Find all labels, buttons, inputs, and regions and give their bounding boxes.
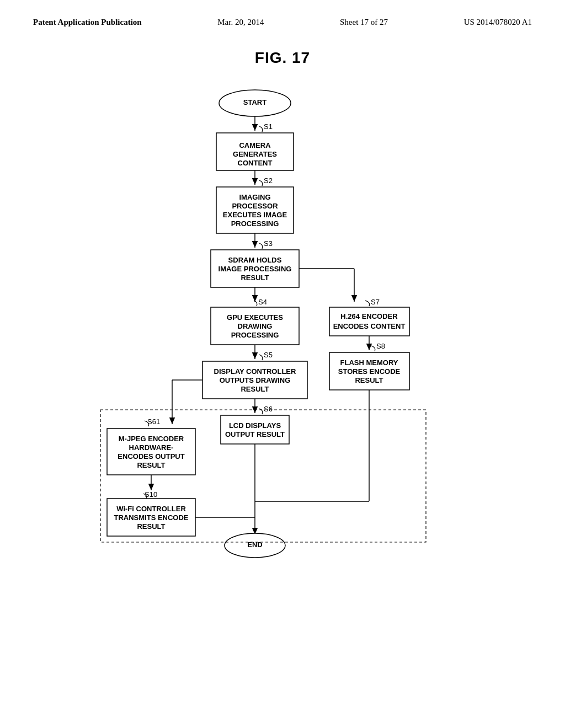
s7-box <box>329 307 409 336</box>
s3-text-2: IMAGE PROCESSING <box>218 265 292 273</box>
s10-text-1: Wi-Fi CONTROLLER <box>116 505 186 513</box>
s8-text-2: STORES ENCODE <box>338 367 401 376</box>
start-label: START <box>243 98 266 106</box>
s4-text-2: DRAWING <box>238 322 273 330</box>
s61-text-3: ENCODES OUTPUT <box>118 452 184 461</box>
s2-text-3: EXECUTES IMAGE <box>223 211 287 219</box>
s1-text-3: CONTENT <box>238 159 273 167</box>
header-date: Mar. 20, 2014 <box>217 18 264 27</box>
publication-label: Patent Application Publication <box>33 18 142 27</box>
s3-text-1: SDRAM HOLDS <box>228 256 282 264</box>
step-s3-label: S3 <box>264 239 273 248</box>
s5-text-3: RESULT <box>241 385 269 393</box>
end-label: END <box>247 540 262 549</box>
step-s8-label: S8 <box>376 342 385 350</box>
s2-text-4: PROCESSING <box>231 220 279 228</box>
s61-text-1: M-JPEG ENCODER <box>119 435 184 443</box>
step-s1-label: S1 <box>264 122 273 131</box>
s8-curve <box>371 346 375 351</box>
s61-text-4: RESULT <box>137 461 165 469</box>
s7-text-1: H.264 ENCODER <box>340 312 398 320</box>
s3-text-3: RESULT <box>241 274 269 282</box>
s6-text-1: LCD DISPLAYS <box>229 421 281 430</box>
s1-text-2: GENERATES <box>233 150 277 158</box>
s8-text-3: RESULT <box>355 376 383 384</box>
s1-text-1: CAMERA <box>239 141 271 149</box>
s3-curve <box>259 243 263 249</box>
s6-text-2: OUTPUT RESULT <box>225 430 285 438</box>
s5-curve <box>259 355 263 360</box>
s2-text-2: PROCESSOR <box>232 202 278 210</box>
step-s5-label: S5 <box>264 351 273 359</box>
s4-text-1: GPU EXECUTES <box>227 313 283 322</box>
s10-text-2: TRANSMITS ENCODE <box>114 513 188 522</box>
header-sheet: Sheet 17 of 27 <box>340 18 388 27</box>
s2-curve <box>259 180 263 186</box>
diagram-area: FIG. 17 START S1 CAMERA GENERATES CONTEN… <box>0 49 565 663</box>
header-patent: US 2014/078020 A1 <box>464 18 532 27</box>
s2-text-1: IMAGING <box>239 193 270 201</box>
s8-text-1: FLASH MEMORY <box>340 358 398 367</box>
page-header: Patent Application Publication Mar. 20, … <box>0 0 565 27</box>
s4-curve <box>254 301 257 306</box>
step-s61-label: S61 <box>147 417 160 426</box>
flowchart-svg: START S1 CAMERA GENERATES CONTENT S2 IMA… <box>84 82 481 661</box>
s7-curve <box>365 301 370 306</box>
step-s4-label: S4 <box>258 298 267 306</box>
step-s7-label: S7 <box>371 298 380 306</box>
step-s6-label: S6 <box>264 405 273 413</box>
figure-title: FIG. 17 <box>255 49 310 67</box>
s5-text-2: OUTPUTS DRAWING <box>220 376 291 384</box>
step-s2-label: S2 <box>264 176 273 185</box>
s61-text-2: HARDWARE- <box>129 443 174 452</box>
s4-text-3: PROCESSING <box>231 331 279 339</box>
s7-text-2: ENCODES CONTENT <box>333 322 406 330</box>
s5-text-1: DISPLAY CONTROLLER <box>214 367 296 376</box>
flowchart-container: START S1 CAMERA GENERATES CONTENT S2 IMA… <box>84 82 481 663</box>
s1-curve <box>259 126 263 132</box>
s10-text-3: RESULT <box>137 522 165 531</box>
